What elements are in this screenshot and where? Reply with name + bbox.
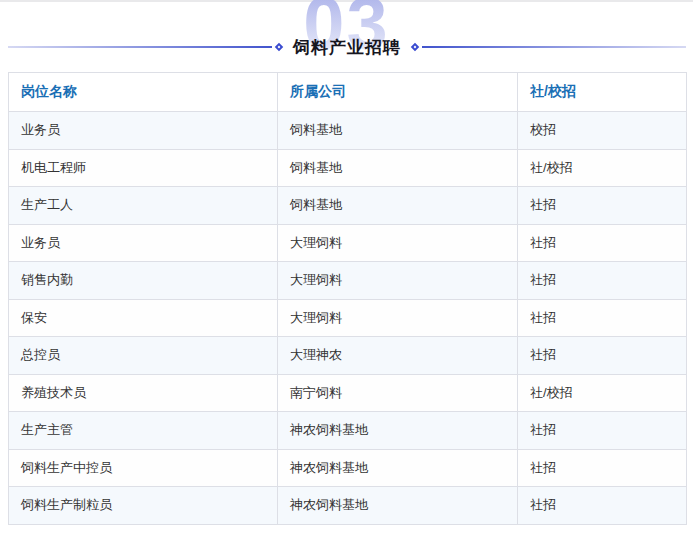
table-cell: 神农饲料基地 [278, 412, 518, 450]
table-header-row: 岗位名称 所属公司 社/校招 [9, 73, 687, 112]
article-section: 03 饲料产业招聘 岗位名称 所属公司 社/校招 业务员饲料基地校招机电工程师饲… [0, 0, 693, 536]
table-cell: 养殖技术员 [9, 374, 278, 412]
table-cell: 生产主管 [9, 412, 278, 450]
table-row: 保安大理饲料社招 [9, 299, 687, 337]
table-cell: 社招 [518, 224, 687, 262]
table-row: 养殖技术员南宁饲料社/校招 [9, 374, 687, 412]
table-cell: 南宁饲料 [278, 374, 518, 412]
table-cell: 社招 [518, 262, 687, 300]
table-cell: 机电工程师 [9, 149, 278, 187]
table-cell: 社/校招 [518, 149, 687, 187]
column-header-recruit-type: 社/校招 [518, 73, 687, 112]
column-header-position: 岗位名称 [9, 73, 278, 112]
diamond-icon [275, 43, 283, 51]
table-cell: 校招 [518, 112, 687, 150]
table-cell: 生产工人 [9, 187, 278, 225]
table-row: 业务员大理饲料社招 [9, 224, 687, 262]
table-row: 机电工程师饲料基地社/校招 [9, 149, 687, 187]
table-row: 生产主管神农饲料基地社招 [9, 412, 687, 450]
table-cell: 饲料基地 [278, 187, 518, 225]
section-header: 03 饲料产业招聘 [0, 0, 693, 72]
table-cell: 大理饲料 [278, 299, 518, 337]
table-cell: 大理饲料 [278, 262, 518, 300]
table-cell: 销售内勤 [9, 262, 278, 300]
diamond-icon [411, 43, 419, 51]
table-cell: 保安 [9, 299, 278, 337]
table-cell: 业务员 [9, 112, 278, 150]
table-cell: 大理饲料 [278, 224, 518, 262]
table-cell: 大理神农 [278, 337, 518, 375]
recruitment-table: 岗位名称 所属公司 社/校招 业务员饲料基地校招机电工程师饲料基地社/校招生产工… [8, 72, 687, 525]
table-cell: 神农饲料基地 [278, 449, 518, 487]
table-row: 总控员大理神农社招 [9, 337, 687, 375]
table-cell: 饲料生产中控员 [9, 449, 278, 487]
title-rule-right [422, 46, 686, 48]
title-rule-left [8, 46, 272, 48]
table-cell: 饲料基地 [278, 112, 518, 150]
table-row: 生产工人饲料基地社招 [9, 187, 687, 225]
table-cell: 总控员 [9, 337, 278, 375]
table-cell: 饲料生产制粒员 [9, 487, 278, 525]
section-title-row: 饲料产业招聘 [8, 37, 686, 57]
table-cell: 社招 [518, 487, 687, 525]
table-row: 销售内勤大理饲料社招 [9, 262, 687, 300]
table-cell: 业务员 [9, 224, 278, 262]
table-cell: 社招 [518, 299, 687, 337]
table-row: 饲料生产制粒员神农饲料基地社招 [9, 487, 687, 525]
column-header-company: 所属公司 [278, 73, 518, 112]
table-row: 饲料生产中控员神农饲料基地社招 [9, 449, 687, 487]
table-cell: 社招 [518, 449, 687, 487]
table-cell: 饲料基地 [278, 149, 518, 187]
table-cell: 神农饲料基地 [278, 487, 518, 525]
section-title: 饲料产业招聘 [293, 36, 401, 59]
table-cell: 社招 [518, 412, 687, 450]
table-row: 业务员饲料基地校招 [9, 112, 687, 150]
table-cell: 社/校招 [518, 374, 687, 412]
table-cell: 社招 [518, 337, 687, 375]
table-cell: 社招 [518, 187, 687, 225]
